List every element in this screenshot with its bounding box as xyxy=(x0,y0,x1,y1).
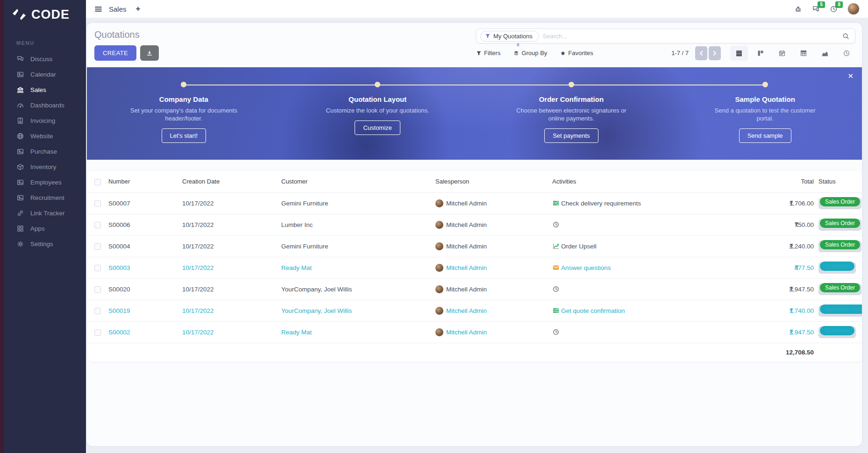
search-icon[interactable] xyxy=(842,33,849,40)
sidebar-item-label: Apps xyxy=(30,225,45,232)
step-action-button[interactable]: Set payments xyxy=(544,128,598,143)
pager-next-button[interactable] xyxy=(709,46,721,60)
column-header-number[interactable]: Number xyxy=(108,171,182,192)
calendar-view-icon[interactable] xyxy=(773,46,791,61)
cell-number: S00007 xyxy=(108,192,182,214)
onboarding-banner: Company Data Set your company's data for… xyxy=(87,67,862,160)
sidebar-item-inventory[interactable]: Inventory xyxy=(4,159,86,175)
sidebar-item-link-tracker[interactable]: Link Tracker xyxy=(4,205,86,221)
pager-previous-button[interactable] xyxy=(695,46,707,60)
cell-status: Quotation xyxy=(818,321,862,343)
list-view-icon[interactable] xyxy=(730,46,748,61)
sidebar-item-recruitment[interactable]: Recruitment xyxy=(4,190,86,205)
row-checkbox[interactable] xyxy=(94,222,101,228)
pivot-view-icon[interactable] xyxy=(795,46,812,61)
close-icon[interactable]: ✕ xyxy=(847,72,854,80)
trend-chart-icon[interactable] xyxy=(552,242,560,250)
bug-icon[interactable] xyxy=(794,5,802,13)
sidebar-item-dashboards[interactable]: Dashboards xyxy=(4,98,86,113)
search-facet[interactable]: My Quotations x xyxy=(480,31,539,42)
step-dot-icon xyxy=(375,82,380,87)
cell-customer: Gemini Furniture xyxy=(281,235,435,257)
column-header-status[interactable]: Status xyxy=(818,171,862,192)
sidebar: CODE MENU Discuss Calendar Sales Dashboa… xyxy=(0,0,86,453)
remove-facet-button[interactable]: x xyxy=(517,42,519,47)
step-dot-icon xyxy=(762,82,768,87)
invoice-icon: $ xyxy=(16,117,24,125)
sidebar-item-calendar[interactable]: Calendar xyxy=(4,67,86,82)
cell-salesperson: Mitchell Admin xyxy=(435,235,552,257)
column-header-total[interactable]: Total xyxy=(748,171,818,192)
new-tab-button[interactable]: + xyxy=(136,4,141,14)
active-app-tab[interactable]: Sales xyxy=(109,5,127,13)
link-icon xyxy=(16,209,24,217)
clock-icon[interactable] xyxy=(552,328,560,336)
table-row[interactable]: S00007 10/17/2022 Gemini Furniture Mitch… xyxy=(87,192,862,214)
table-row[interactable]: S00003 10/17/2022 Ready Mat Mitchell Adm… xyxy=(87,257,862,278)
content-card: Quotations My Quotations x xyxy=(87,23,862,446)
cell-activities xyxy=(552,214,748,235)
cell-status: Quotation xyxy=(818,257,862,278)
cell-activities xyxy=(552,321,748,343)
messages-icon[interactable]: 5 xyxy=(812,5,820,13)
sidebar-item-purchase[interactable]: Purchase xyxy=(4,144,86,159)
sidebar-item-settings[interactable]: Settings xyxy=(4,236,86,252)
clock-icon[interactable] xyxy=(552,285,560,293)
table-row[interactable]: S00020 10/17/2022 YourCompany, Joel Will… xyxy=(87,278,862,300)
sidebar-item-label: Settings xyxy=(30,241,53,248)
filters-button[interactable]: Filters xyxy=(476,50,500,57)
search-input[interactable] xyxy=(543,33,842,40)
step-action-button[interactable]: Let's start! xyxy=(162,128,206,143)
kanban-view-icon[interactable] xyxy=(752,46,769,61)
sidebar-item-invoicing[interactable]: $ Invoicing xyxy=(4,113,86,128)
image-icon xyxy=(16,194,24,202)
cell-creation-date: 10/17/2022 xyxy=(182,235,281,257)
status-badge: Sales Order xyxy=(820,240,860,249)
row-checkbox[interactable] xyxy=(94,243,101,250)
table-row[interactable]: S00019 10/17/2022 YourCompany, Joel Will… xyxy=(87,300,862,321)
row-checkbox[interactable] xyxy=(94,329,101,336)
sidebar-item-employees[interactable]: Employees xyxy=(4,175,86,190)
graph-view-icon[interactable] xyxy=(816,46,834,61)
export-button[interactable] xyxy=(140,45,159,61)
list-activity-icon[interactable] xyxy=(552,307,560,314)
sidebar-item-sales[interactable]: Sales xyxy=(4,82,86,98)
create-button[interactable]: CREATE xyxy=(94,45,136,61)
salesperson-avatar xyxy=(435,285,443,293)
row-checkbox[interactable] xyxy=(94,286,101,293)
sidebar-item-apps[interactable]: Apps xyxy=(4,221,86,236)
table-row[interactable]: S00002 10/17/2022 Ready Mat Mitchell Adm… xyxy=(87,321,862,343)
column-header-customer[interactable]: Customer xyxy=(281,171,435,192)
brand-logo[interactable]: CODE xyxy=(4,0,86,29)
step-title: Order Confirmation xyxy=(475,95,669,103)
column-header-activities[interactable]: Activities xyxy=(552,171,748,192)
cell-creation-date: 10/17/2022 xyxy=(182,321,281,343)
activity-clock-icon[interactable]: 8 xyxy=(830,5,838,13)
activity-view-icon[interactable] xyxy=(838,46,855,61)
select-all-checkbox[interactable] xyxy=(94,179,101,185)
search-bar[interactable]: My Quotations x xyxy=(476,28,855,43)
sidebar-item-discuss[interactable]: Discuss xyxy=(4,51,86,67)
step-action-button[interactable]: Send sample xyxy=(739,128,791,143)
table-row[interactable]: S00006 10/17/2022 Lumber Inc Mitchell Ad… xyxy=(87,214,862,235)
column-header-creation-date[interactable]: Creation Date xyxy=(182,171,281,192)
row-checkbox[interactable] xyxy=(94,265,101,271)
cell-number: S00019 xyxy=(108,300,182,321)
row-checkbox[interactable] xyxy=(94,200,101,207)
clock-icon[interactable] xyxy=(552,221,560,228)
menu-section-label: MENU xyxy=(4,29,86,51)
globe-icon xyxy=(16,132,24,140)
cell-salesperson: Mitchell Admin xyxy=(435,192,552,214)
user-avatar[interactable] xyxy=(847,3,860,15)
step-title: Sample Quotation xyxy=(668,95,862,103)
row-checkbox[interactable] xyxy=(94,308,101,314)
column-header-salesperson[interactable]: Salesperson xyxy=(435,171,552,192)
favorites-button[interactable]: Favorites xyxy=(560,50,593,57)
list-activity-icon[interactable] xyxy=(552,199,560,207)
group-by-button[interactable]: Group By xyxy=(513,50,547,57)
sidebar-item-website[interactable]: Website xyxy=(4,128,86,144)
envelope-icon[interactable] xyxy=(552,264,560,271)
step-action-button[interactable]: Customize xyxy=(355,120,400,135)
table-row[interactable]: S00004 10/17/2022 Gemini Furniture Mitch… xyxy=(87,235,862,257)
menu-toggle-icon[interactable] xyxy=(94,5,102,13)
